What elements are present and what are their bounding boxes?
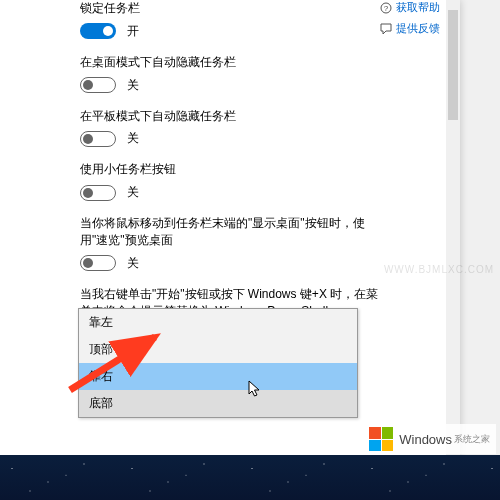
setting-peek: 当你将鼠标移动到任务栏末端的"显示桌面"按钮时，使用"速览"预览桌面 关 <box>80 215 384 272</box>
dropdown-option-bottom[interactable]: 底部 <box>79 390 357 417</box>
toggle-state: 关 <box>127 130 139 147</box>
cursor-icon <box>248 380 262 401</box>
taskbar[interactable] <box>0 455 500 500</box>
watermark-brand: Windows <box>399 432 452 447</box>
setting-label: 当你将鼠标移动到任务栏末端的"显示桌面"按钮时，使用"速览"预览桌面 <box>80 215 384 249</box>
dropdown-option-top[interactable]: 顶部 <box>79 336 357 363</box>
toggle-state: 开 <box>127 23 139 40</box>
watermark: Windows 系统之家 <box>363 424 496 454</box>
help-icon: ? <box>380 2 392 14</box>
toggle-state: 关 <box>127 77 139 94</box>
toggle-state: 关 <box>127 184 139 201</box>
toggle-state: 关 <box>127 255 139 272</box>
scrollbar-thumb[interactable] <box>448 10 458 120</box>
dropdown-option-right[interactable]: 靠右 <box>79 363 357 390</box>
setting-lock-taskbar: 锁定任务栏 开 <box>80 0 384 40</box>
setting-label: 在平板模式下自动隐藏任务栏 <box>80 108 384 125</box>
watermark-sub: 系统之家 <box>454 433 490 446</box>
help-links: ? 获取帮助 提供反馈 <box>380 0 440 42</box>
windows-logo-icon <box>369 427 393 451</box>
get-help-link[interactable]: ? 获取帮助 <box>380 0 440 15</box>
help-link-label: 获取帮助 <box>396 0 440 15</box>
toggle-autohide-tablet[interactable] <box>80 131 116 147</box>
dropdown-option-left[interactable]: 靠左 <box>79 309 357 336</box>
setting-label: 使用小任务栏按钮 <box>80 161 384 178</box>
feedback-link-label: 提供反馈 <box>396 21 440 36</box>
toggle-small-buttons[interactable] <box>80 185 116 201</box>
svg-text:?: ? <box>384 4 389 13</box>
toggle-autohide-desktop[interactable] <box>80 77 116 93</box>
toggle-peek[interactable] <box>80 255 116 271</box>
setting-label: 在桌面模式下自动隐藏任务栏 <box>80 54 384 71</box>
feedback-link[interactable]: 提供反馈 <box>380 21 440 36</box>
setting-autohide-tablet: 在平板模式下自动隐藏任务栏 关 <box>80 108 384 148</box>
setting-autohide-desktop: 在桌面模式下自动隐藏任务栏 关 <box>80 54 384 94</box>
url-watermark: WWW.BJMLXC.COM <box>384 264 494 275</box>
feedback-icon <box>380 23 392 35</box>
setting-label: 锁定任务栏 <box>80 0 384 17</box>
position-dropdown: 靠左 顶部 靠右 底部 <box>78 308 358 418</box>
scrollbar[interactable] <box>446 0 460 455</box>
toggle-lock-taskbar[interactable] <box>80 23 116 39</box>
setting-small-buttons: 使用小任务栏按钮 关 <box>80 161 384 201</box>
